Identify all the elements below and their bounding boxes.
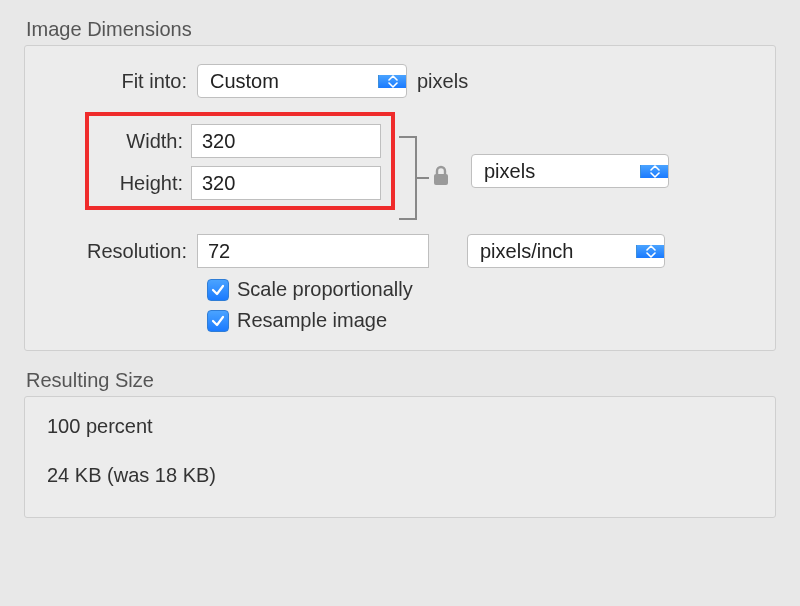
resample-image-row: Resample image bbox=[207, 309, 753, 332]
resulting-size-section: Resulting Size 100 percent 24 KB (was 18… bbox=[24, 369, 776, 518]
resolution-units-select[interactable]: pixels/inch bbox=[467, 234, 665, 268]
image-dimensions-section: Image Dimensions Fit into: Custom pixels… bbox=[24, 18, 776, 351]
scale-proportionally-label: Scale proportionally bbox=[237, 278, 413, 301]
resulting-percent: 100 percent bbox=[47, 415, 753, 438]
scale-proportionally-row: Scale proportionally bbox=[207, 278, 753, 301]
resample-image-label: Resample image bbox=[237, 309, 387, 332]
height-input[interactable] bbox=[191, 166, 381, 200]
size-units-select[interactable]: pixels bbox=[471, 154, 669, 188]
fit-into-label: Fit into: bbox=[47, 70, 197, 93]
width-label: Width: bbox=[99, 130, 191, 153]
height-row: Height: bbox=[99, 166, 381, 200]
fit-into-value: Custom bbox=[198, 70, 378, 93]
fit-into-trailing: pixels bbox=[417, 70, 468, 93]
resample-image-checkbox[interactable] bbox=[207, 310, 229, 332]
image-dimensions-box: Fit into: Custom pixels Width: Height: bbox=[24, 45, 776, 351]
resolution-row: Resolution: pixels/inch bbox=[47, 234, 753, 268]
fit-into-select[interactable]: Custom bbox=[197, 64, 407, 98]
lock-icon[interactable] bbox=[431, 165, 451, 192]
resulting-size-box: 100 percent 24 KB (was 18 KB) bbox=[24, 396, 776, 518]
resulting-filesize: 24 KB (was 18 KB) bbox=[47, 464, 753, 487]
lock-bracket bbox=[399, 136, 451, 220]
width-height-highlight: Width: Height: bbox=[85, 112, 395, 210]
bracket-icon bbox=[399, 136, 417, 220]
width-input[interactable] bbox=[191, 124, 381, 158]
updown-arrows-icon bbox=[640, 165, 668, 178]
fit-into-row: Fit into: Custom pixels bbox=[47, 64, 753, 98]
resolution-label: Resolution: bbox=[47, 240, 197, 263]
size-units-value: pixels bbox=[472, 160, 640, 183]
width-height-area: Width: Height: bbox=[47, 112, 753, 220]
checkmark-icon bbox=[211, 283, 225, 297]
height-label: Height: bbox=[99, 172, 191, 195]
resolution-input[interactable] bbox=[197, 234, 429, 268]
checkmark-icon bbox=[211, 314, 225, 328]
image-dimensions-title: Image Dimensions bbox=[24, 18, 776, 41]
resolution-units-value: pixels/inch bbox=[468, 240, 636, 263]
updown-arrows-icon bbox=[636, 245, 664, 258]
scale-proportionally-checkbox[interactable] bbox=[207, 279, 229, 301]
updown-arrows-icon bbox=[378, 75, 406, 88]
resulting-size-title: Resulting Size bbox=[24, 369, 776, 392]
width-row: Width: bbox=[99, 124, 381, 158]
svg-rect-0 bbox=[434, 174, 448, 185]
